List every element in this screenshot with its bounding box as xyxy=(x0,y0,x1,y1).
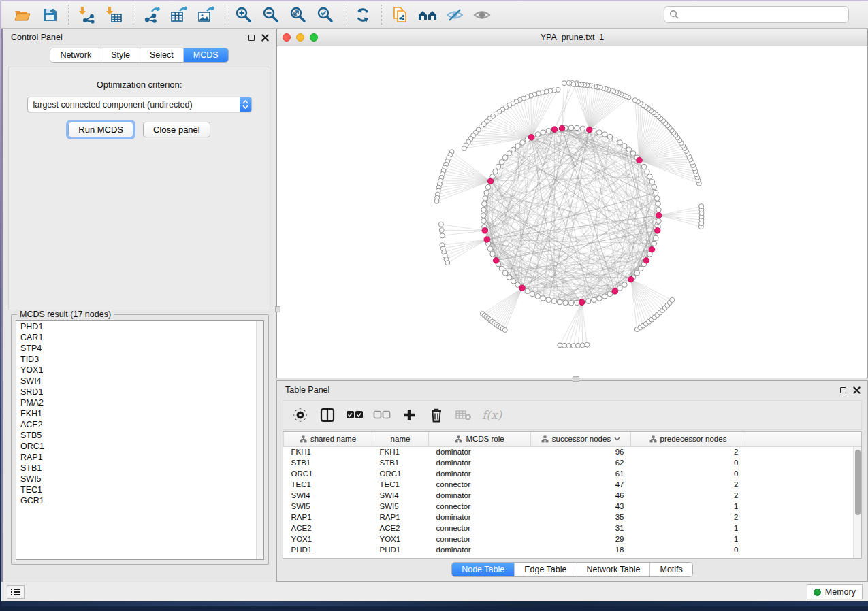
tab-select[interactable]: Select xyxy=(140,48,183,62)
network-ring-node[interactable] xyxy=(490,252,496,257)
table-cell[interactable]: YOX1 xyxy=(284,533,372,544)
mcds-result-item[interactable]: STB1 xyxy=(16,463,263,474)
table-cell[interactable]: 2 xyxy=(631,490,745,501)
export-network-icon[interactable] xyxy=(140,5,163,25)
network-ring-node[interactable] xyxy=(483,196,488,201)
network-ring-node[interactable] xyxy=(634,271,640,276)
network-ring-node[interactable] xyxy=(575,125,580,131)
tab-network-table[interactable]: Network Table xyxy=(577,563,650,576)
network-ring-node[interactable] xyxy=(546,128,551,133)
mcds-result-item[interactable]: YOX1 xyxy=(16,365,263,376)
network-hub-node[interactable] xyxy=(519,285,526,291)
network-leaf-node[interactable] xyxy=(558,343,562,348)
table-cell[interactable]: connector xyxy=(429,533,531,544)
show-columns-icon[interactable] xyxy=(317,405,338,425)
network-ring-node[interactable] xyxy=(515,144,521,149)
zoom-in-icon[interactable] xyxy=(232,5,255,25)
table-cell[interactable]: TEC1 xyxy=(284,479,372,490)
table-cell[interactable]: 47 xyxy=(531,479,631,490)
tab-mcds[interactable]: MCDS xyxy=(183,48,228,62)
network-hub-node[interactable] xyxy=(482,228,488,234)
table-row[interactable]: ORC1ORC1dominator610 xyxy=(284,468,861,479)
table-row[interactable]: RAP1RAP1dominator352 xyxy=(284,512,861,523)
network-titlebar[interactable]: YPA_prune.txt_1 xyxy=(277,29,867,46)
select-all-rows-icon[interactable] xyxy=(344,405,365,425)
table-cell[interactable]: 96 xyxy=(531,446,631,457)
deselect-all-rows-icon[interactable] xyxy=(372,405,392,425)
network-leaf-node[interactable] xyxy=(439,228,444,233)
network-ring-node[interactable] xyxy=(511,147,516,152)
task-history-button[interactable] xyxy=(7,585,25,599)
network-ring-node[interactable] xyxy=(592,297,597,303)
network-hub-node[interactable] xyxy=(649,246,655,252)
network-ring-node[interactable] xyxy=(654,196,660,201)
network-ring-node[interactable] xyxy=(585,299,591,304)
mcds-result-item[interactable]: ACE2 xyxy=(16,419,263,430)
delete-column-icon[interactable] xyxy=(426,405,447,425)
table-cell[interactable]: 0 xyxy=(631,544,745,555)
save-session-icon[interactable] xyxy=(38,5,61,25)
network-ring-node[interactable] xyxy=(481,218,487,224)
network-hub-node[interactable] xyxy=(637,157,643,163)
network-leaf-node[interactable] xyxy=(462,146,466,151)
network-ring-node[interactable] xyxy=(530,291,535,297)
column-header[interactable]: MCDS role xyxy=(429,432,531,446)
table-cell[interactable]: STB1 xyxy=(372,457,429,468)
table-row[interactable]: YOX1YOX1connector291 xyxy=(284,533,861,544)
network-ring-node[interactable] xyxy=(481,213,487,218)
network-hub-node[interactable] xyxy=(551,127,558,133)
table-cell[interactable]: 29 xyxy=(531,533,631,544)
table-cell[interactable]: FKH1 xyxy=(372,446,429,457)
network-ring-node[interactable] xyxy=(520,140,526,146)
tab-node-table[interactable]: Node Table xyxy=(452,563,514,576)
network-ring-node[interactable] xyxy=(507,151,512,156)
network-ring-node[interactable] xyxy=(496,164,501,169)
network-ring-node[interactable] xyxy=(557,299,562,305)
mcds-result-list[interactable]: PHD1CAR1STP4TID3YOX1SWI4SRD1PMA2FKH1ACE2… xyxy=(16,320,264,560)
table-cell[interactable]: 2 xyxy=(631,479,745,490)
network-leaf-node[interactable] xyxy=(670,297,675,302)
column-header[interactable]: shared name xyxy=(284,432,372,446)
table-cell[interactable]: 46 xyxy=(531,490,631,501)
mcds-result-item[interactable]: TID3 xyxy=(16,354,263,365)
network-ring-node[interactable] xyxy=(535,294,541,299)
network-leaf-node[interactable] xyxy=(434,199,439,203)
network-hub-node[interactable] xyxy=(586,127,592,133)
table-row[interactable]: SWI4SWI4dominator462 xyxy=(284,490,861,501)
column-header[interactable]: name xyxy=(372,432,429,446)
table-row[interactable]: STB1STB1dominator620 xyxy=(284,457,861,468)
network-ring-node[interactable] xyxy=(654,235,659,241)
network-ring-node[interactable] xyxy=(638,266,643,271)
network-hub-node[interactable] xyxy=(484,237,490,243)
network-leaf-node[interactable] xyxy=(580,343,585,348)
table-row[interactable]: PHD1PHD1dominator180 xyxy=(284,544,861,555)
network-ring-node[interactable] xyxy=(649,179,655,184)
table-cell[interactable]: 1 xyxy=(631,533,745,544)
network-ring-node[interactable] xyxy=(630,151,636,156)
table-cell[interactable]: SWI5 xyxy=(284,501,372,512)
table-cell[interactable]: PHD1 xyxy=(372,544,429,555)
network-ring-node[interactable] xyxy=(493,169,498,174)
list-scrollbar[interactable] xyxy=(256,321,263,559)
table-cell[interactable]: 2 xyxy=(631,446,745,457)
import-network-icon[interactable] xyxy=(76,5,99,25)
table-cell[interactable]: dominator xyxy=(429,512,531,523)
table-cell[interactable]: 1 xyxy=(631,523,745,533)
table-cell[interactable]: ORC1 xyxy=(372,468,429,479)
table-cell[interactable]: connector xyxy=(429,479,531,490)
mcds-result-item[interactable]: STB5 xyxy=(16,430,263,441)
table-cell[interactable]: ORC1 xyxy=(284,468,372,479)
network-ring-node[interactable] xyxy=(613,137,618,142)
network-ring-node[interactable] xyxy=(541,130,546,135)
network-ring-node[interactable] xyxy=(607,291,613,297)
network-ring-node[interactable] xyxy=(597,130,602,135)
run-mcds-button[interactable]: Run MCDS xyxy=(68,122,133,137)
mcds-result-item[interactable]: FKH1 xyxy=(16,408,263,419)
network-ring-node[interactable] xyxy=(481,207,487,212)
vertical-splitter-handle[interactable] xyxy=(275,306,280,312)
table-cell[interactable]: 62 xyxy=(531,457,631,468)
tab-style[interactable]: Style xyxy=(101,48,140,62)
network-ring-node[interactable] xyxy=(580,126,585,131)
tab-motifs[interactable]: Motifs xyxy=(649,563,692,576)
table-row[interactable]: SWI5SWI5connector431 xyxy=(284,501,861,512)
